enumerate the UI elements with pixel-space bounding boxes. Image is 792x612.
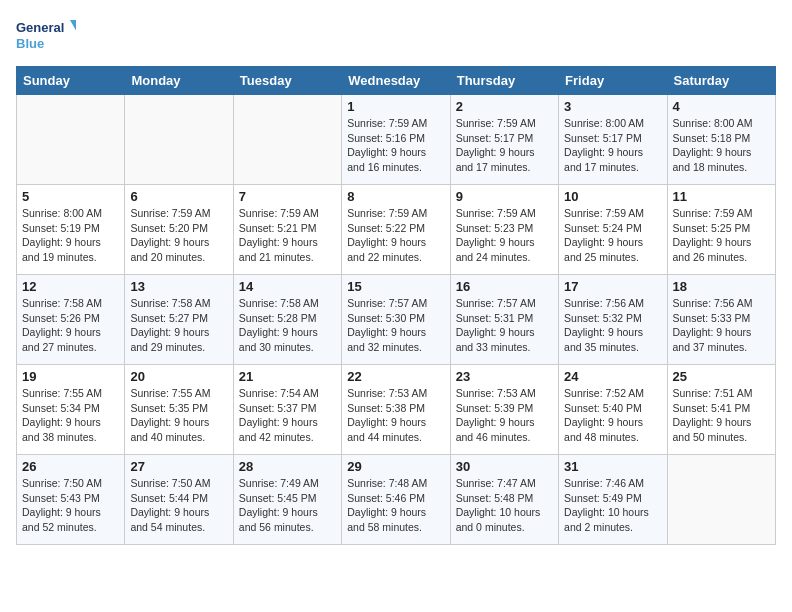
day-info: Sunrise: 7:52 AM Sunset: 5:40 PM Dayligh…: [564, 386, 661, 445]
calendar-cell: 21Sunrise: 7:54 AM Sunset: 5:37 PM Dayli…: [233, 365, 341, 455]
calendar-week-5: 26Sunrise: 7:50 AM Sunset: 5:43 PM Dayli…: [17, 455, 776, 545]
calendar-week-3: 12Sunrise: 7:58 AM Sunset: 5:26 PM Dayli…: [17, 275, 776, 365]
day-info: Sunrise: 7:57 AM Sunset: 5:30 PM Dayligh…: [347, 296, 444, 355]
calendar-cell: [233, 95, 341, 185]
day-number: 7: [239, 189, 336, 204]
weekday-header-saturday: Saturday: [667, 67, 775, 95]
calendar-cell: 12Sunrise: 7:58 AM Sunset: 5:26 PM Dayli…: [17, 275, 125, 365]
day-info: Sunrise: 7:59 AM Sunset: 5:23 PM Dayligh…: [456, 206, 553, 265]
day-number: 15: [347, 279, 444, 294]
calendar-cell: 26Sunrise: 7:50 AM Sunset: 5:43 PM Dayli…: [17, 455, 125, 545]
calendar-cell: 10Sunrise: 7:59 AM Sunset: 5:24 PM Dayli…: [559, 185, 667, 275]
calendar-cell: 19Sunrise: 7:55 AM Sunset: 5:34 PM Dayli…: [17, 365, 125, 455]
day-info: Sunrise: 7:56 AM Sunset: 5:33 PM Dayligh…: [673, 296, 770, 355]
page-header: General Blue: [16, 16, 776, 56]
day-number: 12: [22, 279, 119, 294]
calendar-cell: 17Sunrise: 7:56 AM Sunset: 5:32 PM Dayli…: [559, 275, 667, 365]
calendar-week-2: 5Sunrise: 8:00 AM Sunset: 5:19 PM Daylig…: [17, 185, 776, 275]
day-info: Sunrise: 7:59 AM Sunset: 5:22 PM Dayligh…: [347, 206, 444, 265]
calendar-cell: [125, 95, 233, 185]
day-info: Sunrise: 8:00 AM Sunset: 5:18 PM Dayligh…: [673, 116, 770, 175]
day-number: 20: [130, 369, 227, 384]
day-info: Sunrise: 7:59 AM Sunset: 5:16 PM Dayligh…: [347, 116, 444, 175]
day-number: 25: [673, 369, 770, 384]
day-number: 24: [564, 369, 661, 384]
day-number: 2: [456, 99, 553, 114]
day-info: Sunrise: 7:53 AM Sunset: 5:38 PM Dayligh…: [347, 386, 444, 445]
day-info: Sunrise: 7:48 AM Sunset: 5:46 PM Dayligh…: [347, 476, 444, 535]
calendar-cell: 11Sunrise: 7:59 AM Sunset: 5:25 PM Dayli…: [667, 185, 775, 275]
day-info: Sunrise: 7:50 AM Sunset: 5:44 PM Dayligh…: [130, 476, 227, 535]
day-number: 29: [347, 459, 444, 474]
weekday-header-monday: Monday: [125, 67, 233, 95]
day-number: 22: [347, 369, 444, 384]
calendar-cell: 14Sunrise: 7:58 AM Sunset: 5:28 PM Dayli…: [233, 275, 341, 365]
day-number: 9: [456, 189, 553, 204]
day-info: Sunrise: 7:59 AM Sunset: 5:17 PM Dayligh…: [456, 116, 553, 175]
day-number: 23: [456, 369, 553, 384]
calendar-cell: 18Sunrise: 7:56 AM Sunset: 5:33 PM Dayli…: [667, 275, 775, 365]
day-number: 26: [22, 459, 119, 474]
svg-marker-2: [70, 20, 76, 34]
day-info: Sunrise: 7:59 AM Sunset: 5:24 PM Dayligh…: [564, 206, 661, 265]
calendar-cell: 9Sunrise: 7:59 AM Sunset: 5:23 PM Daylig…: [450, 185, 558, 275]
day-info: Sunrise: 7:59 AM Sunset: 5:25 PM Dayligh…: [673, 206, 770, 265]
calendar-cell: [17, 95, 125, 185]
calendar-cell: 25Sunrise: 7:51 AM Sunset: 5:41 PM Dayli…: [667, 365, 775, 455]
day-info: Sunrise: 7:46 AM Sunset: 5:49 PM Dayligh…: [564, 476, 661, 535]
day-info: Sunrise: 7:50 AM Sunset: 5:43 PM Dayligh…: [22, 476, 119, 535]
calendar-cell: 7Sunrise: 7:59 AM Sunset: 5:21 PM Daylig…: [233, 185, 341, 275]
logo-svg: General Blue: [16, 16, 76, 56]
day-info: Sunrise: 7:58 AM Sunset: 5:28 PM Dayligh…: [239, 296, 336, 355]
calendar-cell: 23Sunrise: 7:53 AM Sunset: 5:39 PM Dayli…: [450, 365, 558, 455]
day-info: Sunrise: 7:58 AM Sunset: 5:27 PM Dayligh…: [130, 296, 227, 355]
calendar-cell: 5Sunrise: 8:00 AM Sunset: 5:19 PM Daylig…: [17, 185, 125, 275]
calendar-week-4: 19Sunrise: 7:55 AM Sunset: 5:34 PM Dayli…: [17, 365, 776, 455]
day-number: 10: [564, 189, 661, 204]
calendar-cell: 4Sunrise: 8:00 AM Sunset: 5:18 PM Daylig…: [667, 95, 775, 185]
day-number: 5: [22, 189, 119, 204]
day-info: Sunrise: 7:54 AM Sunset: 5:37 PM Dayligh…: [239, 386, 336, 445]
day-info: Sunrise: 7:59 AM Sunset: 5:20 PM Dayligh…: [130, 206, 227, 265]
calendar-cell: 16Sunrise: 7:57 AM Sunset: 5:31 PM Dayli…: [450, 275, 558, 365]
svg-text:General: General: [16, 20, 64, 35]
day-number: 16: [456, 279, 553, 294]
calendar-cell: 31Sunrise: 7:46 AM Sunset: 5:49 PM Dayli…: [559, 455, 667, 545]
day-number: 14: [239, 279, 336, 294]
calendar-cell: 15Sunrise: 7:57 AM Sunset: 5:30 PM Dayli…: [342, 275, 450, 365]
day-number: 1: [347, 99, 444, 114]
weekday-header-friday: Friday: [559, 67, 667, 95]
day-number: 17: [564, 279, 661, 294]
day-number: 4: [673, 99, 770, 114]
day-info: Sunrise: 7:56 AM Sunset: 5:32 PM Dayligh…: [564, 296, 661, 355]
calendar-table: SundayMondayTuesdayWednesdayThursdayFrid…: [16, 66, 776, 545]
calendar-cell: 6Sunrise: 7:59 AM Sunset: 5:20 PM Daylig…: [125, 185, 233, 275]
day-info: Sunrise: 7:51 AM Sunset: 5:41 PM Dayligh…: [673, 386, 770, 445]
day-number: 3: [564, 99, 661, 114]
day-info: Sunrise: 7:49 AM Sunset: 5:45 PM Dayligh…: [239, 476, 336, 535]
weekday-header-row: SundayMondayTuesdayWednesdayThursdayFrid…: [17, 67, 776, 95]
weekday-header-thursday: Thursday: [450, 67, 558, 95]
calendar-body: 1Sunrise: 7:59 AM Sunset: 5:16 PM Daylig…: [17, 95, 776, 545]
day-number: 27: [130, 459, 227, 474]
day-number: 31: [564, 459, 661, 474]
day-info: Sunrise: 7:55 AM Sunset: 5:35 PM Dayligh…: [130, 386, 227, 445]
calendar-cell: 30Sunrise: 7:47 AM Sunset: 5:48 PM Dayli…: [450, 455, 558, 545]
day-number: 6: [130, 189, 227, 204]
day-number: 21: [239, 369, 336, 384]
svg-text:Blue: Blue: [16, 36, 44, 51]
day-info: Sunrise: 7:53 AM Sunset: 5:39 PM Dayligh…: [456, 386, 553, 445]
calendar-cell: 29Sunrise: 7:48 AM Sunset: 5:46 PM Dayli…: [342, 455, 450, 545]
calendar-cell: 24Sunrise: 7:52 AM Sunset: 5:40 PM Dayli…: [559, 365, 667, 455]
calendar-cell: 22Sunrise: 7:53 AM Sunset: 5:38 PM Dayli…: [342, 365, 450, 455]
day-info: Sunrise: 7:47 AM Sunset: 5:48 PM Dayligh…: [456, 476, 553, 535]
day-info: Sunrise: 7:57 AM Sunset: 5:31 PM Dayligh…: [456, 296, 553, 355]
calendar-cell: [667, 455, 775, 545]
day-number: 8: [347, 189, 444, 204]
calendar-cell: 8Sunrise: 7:59 AM Sunset: 5:22 PM Daylig…: [342, 185, 450, 275]
calendar-cell: 20Sunrise: 7:55 AM Sunset: 5:35 PM Dayli…: [125, 365, 233, 455]
calendar-cell: 2Sunrise: 7:59 AM Sunset: 5:17 PM Daylig…: [450, 95, 558, 185]
day-info: Sunrise: 7:58 AM Sunset: 5:26 PM Dayligh…: [22, 296, 119, 355]
weekday-header-tuesday: Tuesday: [233, 67, 341, 95]
day-number: 30: [456, 459, 553, 474]
